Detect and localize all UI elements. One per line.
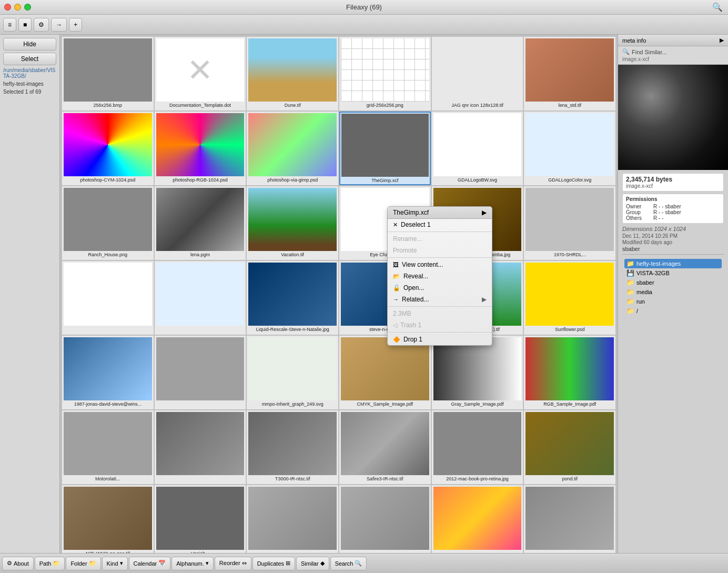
- maximize-button[interactable]: [24, 4, 31, 11]
- alphanum-button[interactable]: Alphanum. ▾: [171, 557, 214, 570]
- tree-folder-icon: 📁: [626, 307, 634, 315]
- tree-item[interactable]: 💾VISTA-32GB: [624, 268, 722, 278]
- path-folder-icon: 📁: [53, 560, 60, 567]
- image-grid[interactable]: 256x256.bmp Documentation_Template.dot D…: [60, 35, 618, 553]
- grid-item[interactable]: photoshop-via-gimp.psd: [247, 112, 338, 185]
- file-label: TheGimp.xcf: [371, 178, 398, 183]
- grid-item[interactable]: TheGimp.xcf: [339, 112, 431, 185]
- context-title: TheGimp.xcf: [393, 209, 429, 216]
- tree-item[interactable]: 📁media: [624, 287, 722, 297]
- file-label: RGB_Sample_Image.pdf: [543, 401, 596, 407]
- grid-item[interactable]: pond.tif: [524, 410, 615, 484]
- grid-item[interactable]: Liquid-Rescale-Steve-n-Natalie.jpg: [247, 261, 338, 335]
- kind-chevron-icon: ▾: [120, 560, 123, 567]
- grid-item[interactable]: photoshop-RGB-1024.psd: [155, 112, 246, 185]
- grid-item[interactable]: [155, 261, 246, 335]
- thumbnail: [525, 412, 614, 475]
- left-panel: Hide Select /run/media/sbaber/VISTA-32GB…: [0, 35, 60, 553]
- ctx-view-content[interactable]: 🖼 View content...: [388, 259, 492, 270]
- ctx-deselect[interactable]: ✕ Deselect 1: [388, 219, 492, 230]
- grid-item[interactable]: Documentation_Template.dot: [155, 37, 246, 110]
- path-button[interactable]: Path 📁: [35, 557, 65, 570]
- kind-button[interactable]: Kind ▾: [102, 557, 128, 570]
- grid-item[interactable]: N35-W106-no-geo.tif: [62, 485, 154, 553]
- menu-button[interactable]: ≡: [3, 18, 16, 32]
- grid-item[interactable]: Motorola6...: [62, 410, 154, 484]
- thumbnail: [64, 188, 152, 251]
- folder-button[interactable]: Folder 📁: [66, 557, 100, 570]
- grid-item[interactable]: T3000-IR-ntsc.tif: [247, 410, 338, 484]
- about-button[interactable]: ⚙ About: [2, 557, 34, 570]
- duplicates-button[interactable]: Duplicates ⊞: [252, 557, 295, 570]
- forward-button[interactable]: →: [51, 18, 67, 32]
- grid-item[interactable]: Vacation.tif: [247, 186, 338, 260]
- grid-item[interactable]: Dune.tif: [247, 37, 338, 110]
- grid-item[interactable]: 1987-jonas-david-steve@wins...: [62, 336, 154, 409]
- grid-item[interactable]: grid-256x256.png: [339, 37, 431, 110]
- grid-item[interactable]: Vanish...: [155, 485, 246, 553]
- tree-label: VISTA-32GB: [636, 270, 670, 276]
- gear-icon: ⚙: [38, 21, 44, 28]
- grid-item[interactable]: [524, 485, 615, 553]
- minimize-button[interactable]: [14, 4, 21, 11]
- tree-item[interactable]: 📁hefty-test-images: [624, 259, 722, 268]
- hide-button[interactable]: Hide: [3, 38, 56, 51]
- ctx-drop[interactable]: 🔶 Drop 1: [388, 334, 492, 345]
- rename-label: Rename...: [393, 235, 487, 243]
- similar-icon: ◆: [320, 560, 325, 567]
- window-controls[interactable]: [4, 4, 31, 11]
- search-button[interactable]: Search 🔍: [330, 557, 367, 570]
- grid-item[interactable]: [62, 261, 154, 335]
- tree-label: hefty-test-images: [636, 260, 681, 267]
- grid-item[interactable]: 1970-SHRDL...: [524, 186, 615, 260]
- select-button[interactable]: Select: [3, 53, 56, 65]
- grid-item[interactable]: [432, 485, 523, 553]
- grid-item[interactable]: photoshop-CYM-1024.psd: [62, 112, 154, 185]
- alphanum-icon: ▾: [206, 560, 209, 567]
- grid-item[interactable]: 256x256.bmp: [62, 37, 154, 110]
- ctx-related[interactable]: → Related... ▶: [388, 294, 492, 305]
- ctx-open[interactable]: 🔓 Open...: [388, 282, 492, 294]
- grid-item[interactable]: [155, 410, 246, 484]
- find-similar-row[interactable]: 🔍 Find Similar...: [622, 48, 724, 55]
- grid-item[interactable]: [155, 336, 246, 409]
- tree-item[interactable]: 📁run: [624, 297, 722, 306]
- grid-item[interactable]: mmpo-inherit_graph_249.svg: [247, 336, 338, 409]
- search-icon[interactable]: 🔍: [712, 3, 723, 12]
- grid-item[interactable]: lena.pgm: [155, 186, 246, 260]
- grid-item[interactable]: Gray_Sample_Image.pdf: [432, 336, 523, 409]
- context-arrow-right: ▶: [482, 209, 487, 216]
- grid-item[interactable]: Ranch_House.png: [62, 186, 154, 260]
- close-button[interactable]: [4, 4, 11, 11]
- file-label: 2012-mac-book-pro-retina.jpg: [446, 476, 509, 481]
- grid-item[interactable]: lena_std.tif: [524, 37, 615, 110]
- add-button[interactable]: +: [69, 18, 82, 32]
- grid-item[interactable]: Safire3-IR-ntsc.tif: [339, 410, 431, 484]
- grid-item[interactable]: [339, 485, 431, 553]
- grid-item[interactable]: RGB_Sample_Image.pdf: [524, 336, 615, 409]
- thumbnail: [248, 263, 337, 326]
- about-gear-icon: ⚙: [7, 560, 12, 567]
- tree-item[interactable]: 📁sbaber: [624, 278, 722, 287]
- tree-item[interactable]: 📁/: [624, 306, 722, 316]
- folder-label: Folder: [70, 560, 87, 567]
- file-label: lena.pgm: [190, 252, 210, 257]
- grid-item[interactable]: JAG qnr icon 128x128.tif: [432, 37, 523, 110]
- grid-item[interactable]: 2012-mac-book-pro-retina.jpg: [432, 410, 523, 484]
- settings-button[interactable]: ⚙: [34, 18, 49, 32]
- deselect-label: Deselect 1: [401, 221, 487, 228]
- grid-item[interactable]: CMYK_Sample_Image.pdf: [339, 336, 431, 409]
- ctx-reveal[interactable]: 📂 Reveal...: [388, 270, 492, 282]
- grid-item[interactable]: GDALLogoColor.svg: [524, 112, 615, 185]
- thumbnail: [525, 113, 614, 176]
- similar-button[interactable]: Similar ◆: [296, 557, 329, 570]
- main-area: 256x256.bmp Documentation_Template.dot D…: [60, 35, 728, 553]
- stop-button[interactable]: ■: [18, 18, 32, 32]
- grid-item[interactable]: [247, 485, 338, 553]
- calendar-button[interactable]: Calendar 📅: [129, 557, 171, 570]
- meta-expand-icon[interactable]: ▶: [720, 37, 724, 44]
- reorder-button[interactable]: Reorder ⇔: [215, 557, 251, 570]
- thumbnail: [433, 412, 522, 475]
- grid-item[interactable]: Sunflower.psd: [524, 261, 615, 335]
- grid-item[interactable]: GDALLogoBW.svg: [432, 112, 523, 185]
